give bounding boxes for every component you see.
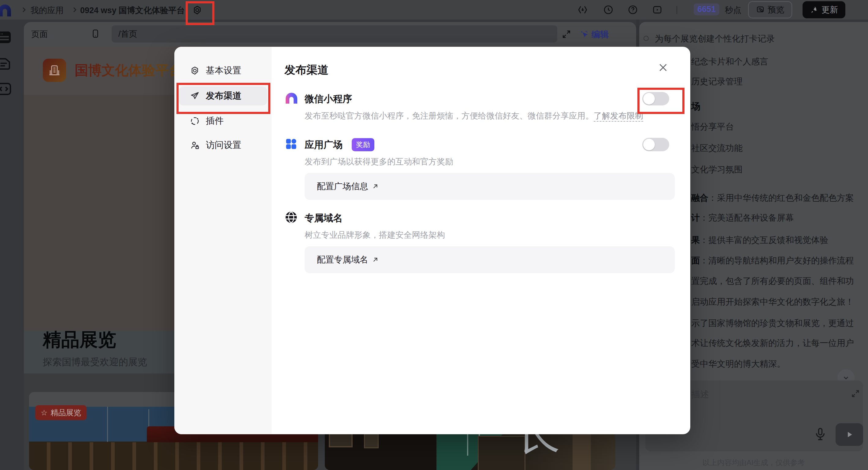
- globe-icon: [284, 210, 298, 224]
- section-title: 精品展览: [43, 328, 116, 352]
- arrow-up-right-icon: [371, 256, 379, 264]
- ai-message-line: 为每个展览创建个性化打卡记录: [644, 33, 775, 45]
- arrow-up-right-icon: [371, 182, 379, 190]
- wechat-miniprogram-title: 微信小程序: [305, 93, 352, 105]
- ai-message-line: 融合：采用中华传统的红色和金色配色方案: [691, 192, 854, 204]
- plugin-icon: [190, 116, 200, 126]
- cursor-sparkle-icon: [580, 30, 589, 39]
- configure-plaza-label: 配置广场信息: [317, 180, 368, 192]
- history-clock-icon[interactable]: [603, 5, 614, 15]
- nav-item-label: 访问设置: [206, 139, 241, 151]
- ai-message-line: 悟分享平台: [691, 121, 734, 133]
- preview-button[interactable]: 预览: [748, 1, 792, 18]
- points-badge: 6651: [694, 3, 719, 15]
- ai-message-line: 面：清晰的导航结构和用户友好的操作流程: [691, 255, 854, 266]
- rocket-icon: [810, 5, 818, 14]
- modal-title: 发布渠道: [284, 63, 329, 78]
- pages-icon[interactable]: [0, 31, 11, 44]
- ai-message-line: 场: [691, 100, 701, 113]
- miaoda-logo-icon: [0, 3, 12, 17]
- topbar-divider: [677, 6, 677, 14]
- custom-domain-desc: 树立专业品牌形象，搭建安全网络架构: [305, 230, 445, 240]
- ai-message-line: 启动应用开始探索中华文化的数字化之旅！: [691, 296, 854, 308]
- ai-message-line: 果：提供丰富的交互反馈和视觉体验: [691, 234, 828, 246]
- breadcrumb-app-name: 0924 wsy 国博文化体验平台: [80, 5, 185, 16]
- page-path-value: /首页: [118, 28, 137, 39]
- app-plaza-title: 应用广场: [305, 138, 343, 151]
- publish-limit-link[interactable]: 了解发布限制: [594, 111, 643, 122]
- ai-message-line: 历史记录管理: [691, 76, 743, 88]
- gear-nut-icon: [190, 66, 200, 75]
- edit-button[interactable]: 编辑: [580, 29, 609, 40]
- chat-input-placeholder: 描述: [691, 389, 709, 401]
- ai-message-line: 示了国家博物馆的珍贵文物和展览，更通过: [691, 317, 854, 329]
- screen: 我的应用 0924 wsy 国博文化体验平台 6651 秒点 预览: [0, 0, 868, 470]
- ai-message-line: 纪念卡片和个人感言: [691, 56, 768, 68]
- update-button-label: 更新: [822, 4, 838, 15]
- preview-button-label: 预览: [768, 4, 784, 15]
- nav-item-basic-settings[interactable]: 基本设置: [179, 61, 267, 80]
- configure-domain-label: 配置专属域名: [317, 254, 368, 266]
- nav-item-label: 基本设置: [206, 65, 241, 77]
- document-icon[interactable]: [0, 57, 11, 70]
- preview-window-icon: [756, 5, 765, 14]
- top-bar: 我的应用 0924 wsy 国博文化体验平台 6651 秒点 预览: [0, 0, 868, 20]
- wechat-desc: 发布至秒哒官方微信小程序，免注册烦恼，方便给微信好友、微信群分享应用。了解发布限…: [305, 110, 643, 121]
- configure-plaza-button[interactable]: 配置广场信息: [305, 173, 675, 200]
- expand-icon[interactable]: [851, 389, 860, 398]
- canvas-toolbar: 页面 /首页 编辑: [24, 22, 636, 46]
- museum-facade: [29, 442, 318, 470]
- star-icon: ☆: [41, 408, 48, 417]
- ai-message-line: 计：完美适配各种设备屏幕: [691, 212, 794, 224]
- museum-building-icon: [48, 64, 61, 77]
- help-icon[interactable]: [628, 5, 638, 15]
- app-logo-icon: [43, 59, 66, 82]
- ai-disclaimer: 以上内容均由AI生成，仅供参考: [639, 458, 868, 468]
- featured-badge: ☆ 精品展览: [35, 405, 87, 420]
- nav-item-access-settings[interactable]: 访问设置: [179, 136, 267, 155]
- microphone-icon[interactable]: [813, 427, 828, 442]
- page-path-field[interactable]: /首页: [112, 25, 557, 42]
- close-icon[interactable]: [658, 62, 669, 73]
- page-label: 页面: [31, 29, 48, 40]
- custom-domain-title: 专属域名: [305, 212, 343, 225]
- send-icon: [845, 430, 854, 439]
- ai-message-line: 文化学习氛围: [691, 164, 743, 175]
- plaza-desc: 发布到广场以获得更多的互动和官方奖励: [305, 156, 453, 167]
- send-button[interactable]: [836, 423, 863, 446]
- featured-badge-label: 精品展览: [51, 408, 81, 418]
- configure-domain-button[interactable]: 配置专属域名: [305, 246, 675, 273]
- points-unit-label: 秒点: [725, 5, 741, 15]
- flag-pole: [107, 407, 108, 442]
- breadcrumb-root[interactable]: 我的应用: [31, 5, 64, 16]
- expand-icon[interactable]: [562, 29, 571, 39]
- nav-item-label: 插件: [206, 115, 224, 127]
- annotation-box-settings-icon: [186, 1, 214, 25]
- code-export-icon[interactable]: [578, 5, 588, 15]
- app-preview-title: 国博文化体验平台: [74, 61, 182, 79]
- code-panel-icon[interactable]: [0, 82, 11, 95]
- reward-badge: 奖励: [352, 138, 374, 151]
- ai-message-line: 社区交流功能: [691, 142, 743, 154]
- user-lock-icon: [190, 140, 200, 150]
- breadcrumb-chevron-icon: [71, 6, 78, 13]
- breadcrumb-chevron-icon: [20, 6, 28, 13]
- miaoda-channel-icon: [284, 91, 299, 105]
- app-plaza-icon: [284, 137, 298, 150]
- mobile-device-icon[interactable]: [91, 29, 100, 38]
- panel-toggle-icon[interactable]: [652, 5, 662, 15]
- nav-item-plugins[interactable]: 插件: [179, 111, 267, 131]
- edit-button-label: 编辑: [591, 29, 609, 40]
- update-button[interactable]: 更新: [803, 1, 845, 18]
- ai-message-line: 置完成，包含了所有必要的页面、组件和功: [691, 275, 854, 287]
- annotation-box-wechat-toggle: [638, 88, 684, 114]
- annotation-box-publish-channels: [177, 83, 270, 114]
- ai-message-line: 受中华文明的博大精深。: [691, 358, 785, 370]
- wechat-desc-text: 发布至秒哒官方微信小程序，免注册烦恼，方便给微信好友、微信群分享应用。: [305, 111, 594, 121]
- ai-message-line: 术让传统文化焕发新的活力，让每一位用户: [691, 337, 854, 349]
- bullet-icon: [644, 36, 649, 41]
- plaza-toggle[interactable]: [642, 138, 669, 151]
- section-subtitle: 探索国博最受欢迎的展览: [43, 356, 147, 369]
